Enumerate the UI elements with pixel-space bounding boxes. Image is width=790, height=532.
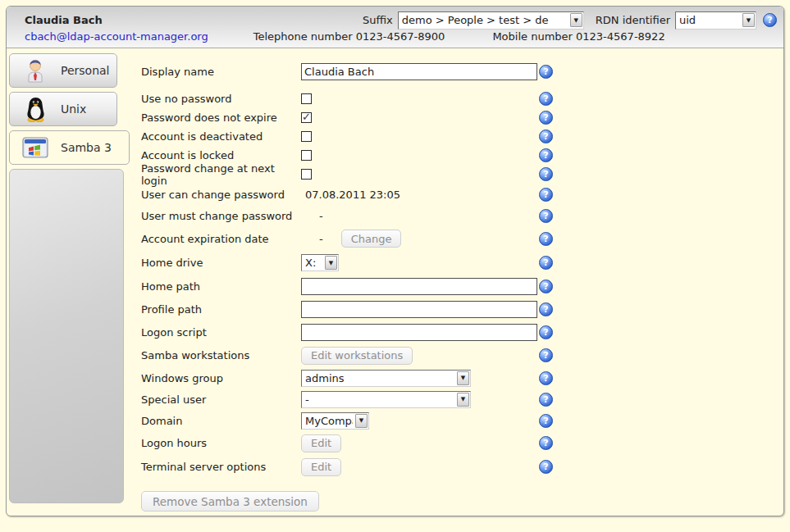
field-label: Domain (141, 415, 301, 427)
field-label: Account is locked (141, 149, 301, 161)
suffix-select[interactable]: demo > People > test > de ▼ (398, 11, 584, 30)
suffix-label: Suffix (363, 14, 393, 26)
help-icon[interactable]: ? (763, 13, 777, 27)
password-change-next-login-checkbox[interactable] (301, 169, 312, 180)
help-icon[interactable]: ? (539, 111, 553, 125)
rdn-identifier-label: RDN identifier (596, 14, 670, 26)
display-name-input[interactable] (301, 63, 537, 80)
chevron-down-icon: ▼ (457, 371, 469, 385)
chevron-down-icon: ▼ (325, 256, 337, 270)
field-label: Password change at next login (141, 162, 301, 187)
form-row-home-path: Home path ? (141, 275, 783, 298)
edit-logon-hours-button[interactable]: Edit (301, 434, 341, 452)
windows-group-select[interactable]: admins ▼ (301, 370, 471, 387)
form-row-special-user: Special user - ▼ ? (141, 389, 783, 410)
chevron-down-icon: ▼ (570, 13, 582, 27)
tab-unix[interactable]: Unix (9, 92, 117, 126)
field-label: Windows group (141, 372, 301, 384)
field-label: Terminal server options (141, 461, 301, 473)
remove-samba3-extension-button[interactable]: Remove Samba 3 extension (141, 491, 319, 512)
field-label: Password does not expire (141, 111, 301, 124)
edit-terminal-server-button[interactable]: Edit (301, 458, 341, 476)
account-name: Claudia Bach (25, 14, 103, 26)
field-label: Profile path (141, 303, 301, 316)
password-does-not-expire-checkbox[interactable] (301, 112, 312, 123)
help-icon[interactable]: ? (539, 188, 553, 202)
field-label: Home drive (141, 257, 301, 269)
help-icon[interactable]: ? (539, 348, 553, 362)
telephone-number: Telephone number 0123-4567-8900 (253, 30, 445, 43)
tab-label: Personal (61, 64, 110, 77)
form-row-user-can-change-password: User can change password 07.08.2011 23:0… (141, 184, 783, 205)
help-icon[interactable]: ? (539, 393, 553, 407)
form-row-user-must-change-password: User must change password - ? (141, 205, 783, 226)
help-icon[interactable]: ? (539, 92, 553, 106)
help-icon[interactable]: ? (539, 256, 553, 270)
help-icon[interactable]: ? (539, 280, 553, 293)
help-icon[interactable]: ? (539, 325, 553, 339)
form-row-account-expiration: Account expiration date - Change ? (141, 226, 783, 251)
form-row-terminal-server: Terminal server options Edit ? (141, 455, 783, 479)
sidebar-panel (9, 169, 124, 503)
help-icon[interactable]: ? (539, 65, 553, 79)
form-row-samba-workstations: Samba workstations Edit workstations ? (141, 343, 783, 367)
email-link[interactable]: cbach@ldap-account-manager.org (25, 30, 208, 43)
form-row-account-deactivated: Account is deactivated ? (141, 127, 783, 146)
windows-icon (21, 134, 49, 161)
person-icon (21, 57, 49, 84)
form-row-remove-extension: Remove Samba 3 extension (141, 491, 783, 512)
suffix-select-value: demo > People > test > de (402, 14, 568, 26)
special-user-select[interactable]: - ▼ (301, 391, 471, 408)
help-icon[interactable]: ? (539, 130, 553, 143)
field-label: Use no password (141, 93, 301, 105)
form-row-home-drive: Home drive X: ▼ ? (141, 251, 783, 275)
logon-script-input[interactable] (301, 324, 537, 341)
field-label: Account is deactivated (141, 130, 301, 143)
field-label: Logon script (141, 326, 301, 339)
form-row-password-does-not-expire: Password does not expire ? (141, 108, 783, 127)
form-row-windows-group: Windows group admins ▼ ? (141, 367, 783, 389)
help-icon[interactable]: ? (539, 371, 553, 385)
form-row-use-no-password: Use no password ? (141, 89, 783, 108)
field-label: Samba workstations (141, 349, 301, 361)
field-label: Logon hours (141, 437, 301, 449)
home-drive-select[interactable]: X: ▼ (301, 254, 339, 271)
help-icon[interactable]: ? (539, 209, 553, 223)
chevron-down-icon: ▼ (742, 13, 755, 27)
account-header: Claudia Bach Suffix demo > People > test… (7, 7, 783, 48)
profile-path-input[interactable] (301, 301, 537, 318)
rdn-select-value: uid (679, 14, 740, 26)
tux-icon (21, 95, 49, 123)
use-no-password-checkbox[interactable] (301, 93, 312, 104)
module-tab-bar: Personal Unix (7, 48, 130, 516)
change-expiration-button[interactable]: Change (341, 230, 402, 248)
chevron-down-icon: ▼ (457, 393, 469, 407)
domain-select[interactable]: MyCompany ▼ (301, 412, 369, 430)
help-icon[interactable]: ? (539, 232, 553, 246)
must-change-date: - (301, 210, 323, 222)
help-icon[interactable]: ? (539, 460, 553, 474)
help-icon[interactable]: ? (539, 148, 553, 162)
tab-personal[interactable]: Personal (9, 53, 117, 88)
account-locked-checkbox[interactable] (301, 150, 312, 161)
field-label: Account expiration date (141, 233, 301, 245)
field-label: Special user (141, 393, 301, 406)
help-icon[interactable]: ? (539, 167, 553, 181)
account-editor-window: Claudia Bach Suffix demo > People > test… (6, 6, 784, 516)
field-label: User must change password (141, 210, 301, 222)
help-icon[interactable]: ? (539, 414, 553, 428)
help-icon[interactable]: ? (539, 302, 553, 316)
field-label: Display name (141, 66, 301, 78)
samba3-form: Display name ? Use no password ? Passwor… (130, 48, 783, 516)
field-label: User can change password (141, 189, 301, 201)
help-icon[interactable]: ? (539, 436, 553, 450)
account-deactivated-checkbox[interactable] (301, 131, 312, 142)
edit-workstations-button[interactable]: Edit workstations (301, 347, 413, 365)
mobile-number: Mobile number 0123-4567-8922 (492, 30, 664, 43)
home-path-input[interactable] (301, 278, 537, 295)
tab-samba3[interactable]: Samba 3 (9, 130, 130, 165)
form-row-profile-path: Profile path ? (141, 298, 783, 321)
rdn-identifier-select[interactable]: uid ▼ (675, 11, 756, 30)
password-change-date: 07.08.2011 23:05 (301, 189, 400, 201)
tab-label: Samba 3 (61, 141, 112, 154)
